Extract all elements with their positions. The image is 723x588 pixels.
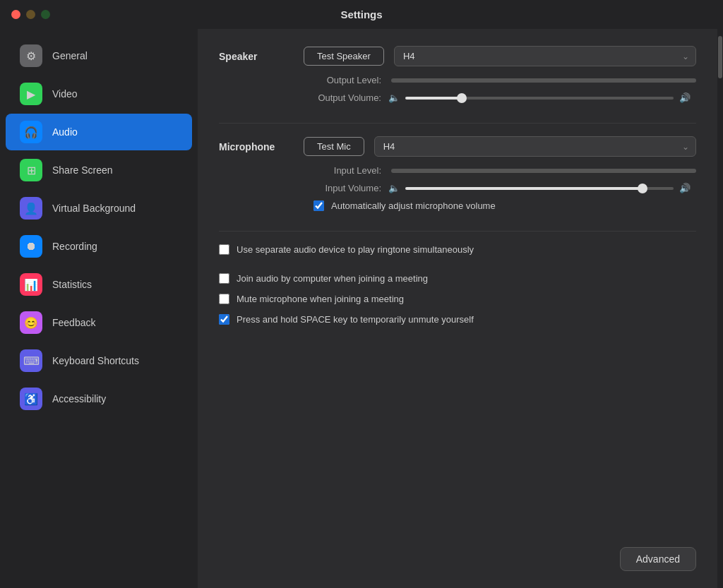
output-level-bar	[391, 78, 696, 83]
input-volume-row: Input Volume: 🔈 🔊	[219, 183, 696, 193]
sidebar-item-share-screen[interactable]: ⊞Share Screen	[6, 152, 192, 188]
volume-high-icon: 🔊	[679, 92, 691, 103]
sidebar-item-keyboard-shortcuts[interactable]: ⌨Keyboard Shortcuts	[6, 342, 192, 379]
close-button[interactable]	[11, 10, 20, 19]
sidebar-item-accessibility[interactable]: ♿Accessibility	[6, 380, 192, 417]
video-icon: ▶	[20, 83, 42, 105]
feedback-icon: 😊	[20, 311, 42, 334]
auto-adjust-label: Automatically adjust microphone volume	[331, 200, 496, 211]
window-title: Settings	[340, 8, 382, 20]
maximize-button[interactable]	[41, 10, 50, 19]
test-speaker-button[interactable]: Test Speaker	[304, 47, 384, 66]
spacer	[219, 265, 696, 273]
sidebar-label-video: Video	[52, 88, 78, 100]
test-mic-button[interactable]: Test Mic	[304, 137, 364, 156]
recording-icon: ⏺	[20, 235, 42, 258]
sidebar-item-feedback[interactable]: 😊Feedback	[6, 304, 192, 341]
audio-icon: 🎧	[20, 121, 42, 143]
speaker-row: Speaker Test Speaker H4 ⌄	[219, 46, 696, 66]
microphone-section: Microphone Test Mic H4 ⌄ Input Level: In…	[219, 136, 696, 211]
mic-volume-low-icon: 🔈	[388, 183, 400, 193]
auto-adjust-row: Automatically adjust microphone volume	[219, 200, 696, 211]
general-icon: ⚙	[20, 44, 42, 67]
accessibility-icon: ♿	[20, 388, 42, 410]
join-audio-label: Join audio by computer when joining a me…	[237, 273, 428, 284]
microphone-row: Microphone Test Mic H4 ⌄	[219, 136, 696, 157]
space-unmute-checkbox[interactable]	[219, 314, 229, 325]
input-volume-slider[interactable]	[405, 187, 674, 190]
sidebar-label-general: General	[52, 50, 88, 61]
sidebar-label-audio: Audio	[52, 126, 78, 138]
share-screen-icon: ⊞	[20, 159, 42, 181]
sidebar-label-accessibility: Accessibility	[52, 393, 106, 404]
speaker-section: Speaker Test Speaker H4 ⌄ Output Level: …	[219, 46, 696, 103]
output-level-label: Output Level:	[304, 75, 381, 85]
mic-device-wrapper: H4 ⌄	[374, 136, 696, 157]
checkbox-row-separate-audio: Use separate audio device to play ringto…	[219, 244, 696, 255]
advanced-button[interactable]: Advanced	[620, 547, 696, 571]
sidebar-item-virtual-background[interactable]: 👤Virtual Background	[6, 190, 192, 227]
scrollbar-thumb[interactable]	[718, 36, 722, 78]
output-volume-slider-wrap: 🔊	[405, 92, 696, 103]
mute-mic-checkbox[interactable]	[219, 294, 229, 304]
sidebar-label-statistics: Statistics	[52, 279, 92, 290]
speaker-label: Speaker	[219, 51, 304, 62]
statistics-icon: 📊	[20, 273, 42, 296]
sidebar-item-general[interactable]: ⚙General	[6, 37, 192, 74]
speaker-device-wrapper: H4 ⌄	[394, 46, 696, 66]
virtual-background-icon: 👤	[20, 197, 42, 220]
checkbox-row-join-audio: Join audio by computer when joining a me…	[219, 273, 696, 284]
input-volume-slider-wrap: 🔊	[405, 183, 696, 193]
join-audio-checkbox[interactable]	[219, 273, 229, 284]
input-level-label: Input Level:	[304, 165, 381, 176]
output-volume-row: Output Volume: 🔈 🔊	[219, 92, 696, 103]
section-divider-2	[219, 231, 696, 232]
sidebar: ⚙General▶Video🎧Audio⊞Share Screen👤Virtua…	[0, 29, 198, 588]
checkbox-row-space-unmute: Press and hold SPACE key to temporarily …	[219, 314, 696, 325]
sidebar-label-virtual-background: Virtual Background	[52, 203, 136, 214]
output-volume-label: Output Volume:	[304, 92, 381, 103]
sidebar-item-statistics[interactable]: 📊Statistics	[6, 266, 192, 303]
mute-mic-label: Mute microphone when joining a meeting	[237, 294, 404, 304]
traffic-lights	[11, 10, 50, 19]
content-area: Speaker Test Speaker H4 ⌄ Output Level: …	[198, 29, 717, 588]
input-volume-label: Input Volume:	[304, 183, 381, 193]
output-level-row: Output Level:	[219, 75, 696, 85]
sidebar-label-share-screen: Share Screen	[52, 164, 113, 176]
minimize-button[interactable]	[26, 10, 35, 19]
speaker-device-select[interactable]: H4	[394, 46, 696, 66]
main-container: ⚙General▶Video🎧Audio⊞Share Screen👤Virtua…	[0, 29, 723, 588]
keyboard-shortcuts-icon: ⌨	[20, 349, 42, 372]
separate-audio-checkbox[interactable]	[219, 244, 229, 255]
scrollbar-track	[717, 29, 723, 588]
space-unmute-label: Press and hold SPACE key to temporarily …	[237, 314, 474, 325]
auto-adjust-checkbox[interactable]	[313, 200, 324, 211]
input-level-bar	[391, 169, 696, 173]
input-level-row: Input Level:	[219, 165, 696, 176]
mic-volume-high-icon: 🔊	[679, 183, 691, 193]
mic-device-select[interactable]: H4	[374, 136, 696, 157]
sidebar-item-audio[interactable]: 🎧Audio	[6, 114, 192, 150]
sidebar-label-recording: Recording	[52, 241, 97, 252]
checkbox-row-mute-mic: Mute microphone when joining a meeting	[219, 294, 696, 304]
output-volume-slider[interactable]	[405, 97, 674, 100]
sidebar-label-keyboard-shortcuts: Keyboard Shortcuts	[52, 355, 139, 366]
microphone-label: Microphone	[219, 141, 304, 152]
title-bar: Settings	[0, 0, 723, 29]
sidebar-item-video[interactable]: ▶Video	[6, 76, 192, 112]
section-divider	[219, 123, 696, 124]
checkboxes-section: Use separate audio device to play ringto…	[219, 244, 696, 325]
sidebar-label-feedback: Feedback	[52, 317, 95, 328]
volume-low-icon: 🔈	[388, 92, 400, 103]
sidebar-item-recording[interactable]: ⏺Recording	[6, 228, 192, 265]
separate-audio-label: Use separate audio device to play ringto…	[237, 244, 474, 255]
